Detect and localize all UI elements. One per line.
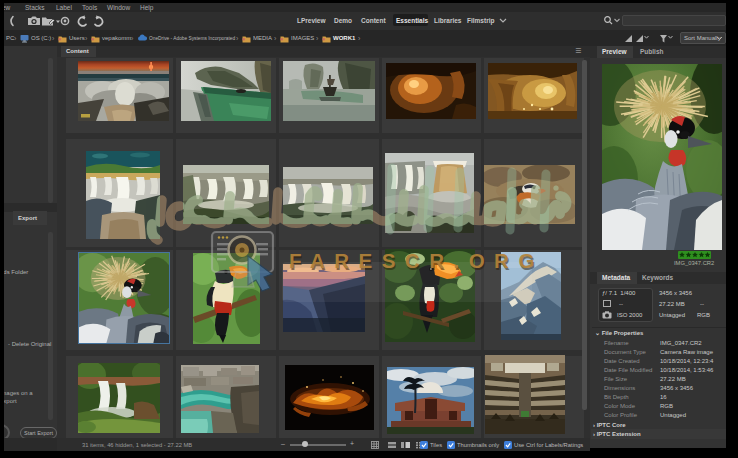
svg-text:FARESCR.ORG: FARESCR.ORG <box>289 249 544 272</box>
